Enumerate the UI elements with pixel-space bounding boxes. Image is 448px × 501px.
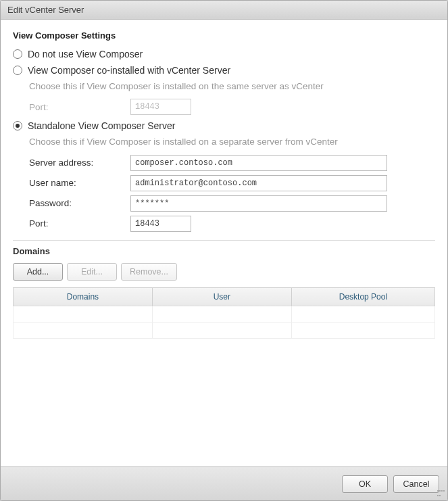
option-label: View Composer co-installed with vCenter … [28,65,230,76]
radio-icon[interactable] [13,49,22,59]
radio-icon[interactable] [13,66,22,75]
password-input[interactable] [130,195,387,212]
standalone-port-input[interactable] [130,216,191,232]
window-title: Edit vCenter Server [7,5,84,15]
password-row: Password: [29,195,435,212]
add-button[interactable]: Add... [13,263,63,281]
dialog-window: Edit vCenter Server View Composer Settin… [0,0,448,501]
coinstalled-port-row: Port: [29,99,435,115]
divider [13,240,435,241]
standalone-port-row: Port: [29,216,435,232]
table-header-row: Domains User Desktop Pool [14,287,435,306]
option-no-composer[interactable]: Do not use View Composer [13,49,435,59]
table-row[interactable] [14,322,435,338]
column-header-desktop-pool: Desktop Pool [339,292,387,302]
cancel-button[interactable]: Cancel [393,475,439,493]
composer-mode-radio-group: Do not use View Composer View Composer c… [13,49,435,232]
port-label: Port: [29,102,130,112]
option-coinstalled[interactable]: View Composer co-installed with vCenter … [13,65,435,76]
radio-icon[interactable] [13,121,22,130]
column-header-domains: Domains [67,292,99,302]
user-name-input[interactable] [130,175,387,191]
server-address-label: Server address: [29,158,130,168]
remove-button: Remove... [121,263,177,281]
dialog-footer: OK Cancel [1,467,447,500]
option-standalone-description: Choose this if View Composer is installe… [29,135,435,149]
edit-button: Edit... [67,263,117,281]
titlebar[interactable]: Edit vCenter Server [1,1,447,20]
coinstalled-port-input [130,99,191,115]
table-row[interactable] [14,306,435,322]
dialog-content: View Composer Settings Do not use View C… [1,20,447,467]
ok-button[interactable]: OK [342,475,388,493]
option-label: Standalone View Composer Server [28,120,175,131]
domains-table[interactable]: Domains User Desktop Pool [13,287,435,339]
password-label: Password: [29,198,130,208]
domains-title: Domains [13,246,435,256]
section-title: View Composer Settings [13,30,435,41]
option-label: Do not use View Composer [28,49,143,59]
resize-grip-icon[interactable] [437,490,445,498]
server-address-row: Server address: [29,155,435,171]
option-coinstalled-description: Choose this if View Composer is installe… [29,80,435,93]
column-header-user: User [214,292,230,302]
option-standalone[interactable]: Standalone View Composer Server [13,120,435,131]
port-label: Port: [29,218,130,229]
user-name-row: User name: [29,175,435,191]
domains-button-row: Add... Edit... Remove... [13,263,435,281]
user-name-label: User name: [29,178,130,188]
server-address-input[interactable] [130,155,387,171]
